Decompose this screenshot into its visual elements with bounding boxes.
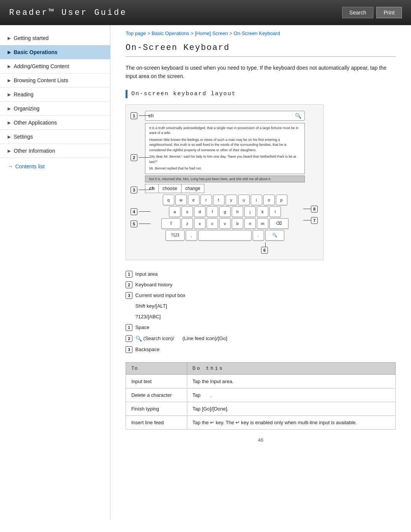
breadcrumb-home-screen[interactable]: [Home] Screen [195,30,228,36]
key-space[interactable] [198,230,252,241]
table-cell-do-3: Tap [Go]/[Done]. [187,402,395,415]
key-q[interactable]: q [163,195,174,205]
sidebar-item-label: Basic Operations [14,49,57,55]
label-2: 2 [131,154,150,161]
key-l[interactable]: l [269,206,281,217]
contents-list-link[interactable]: → Contents list [0,158,110,175]
key-f[interactable]: f [207,206,218,217]
key-comma[interactable]: , [186,230,197,241]
key-backspace[interactable]: ⌫ [269,218,288,229]
keyboard-row-3: ⇧ z x c v b n m ⌫ [145,218,305,229]
legend-badge-6: 1 [126,324,132,331]
key-b[interactable]: b [232,218,243,229]
key-y[interactable]: y [226,195,237,205]
sidebar-item-label: Settings [14,134,33,140]
legend-text-5: ?123/[ABC] [134,312,161,322]
key-shift[interactable]: ⇧ [161,218,180,229]
breadcrumb-current: On-Screen Keyboard [234,30,280,36]
key-r[interactable]: r [201,195,212,205]
label-3: 3 [131,187,150,193]
header-buttons: Search Print [342,7,402,18]
sidebar-item-getting-started[interactable]: ▶ Getting started [0,31,110,45]
key-d[interactable]: d [194,206,206,217]
key-k[interactable]: k [257,206,268,217]
sidebar-item-adding-content[interactable]: ▶ Adding/Getting Content [0,59,110,73]
label-1: 1 [131,112,150,119]
key-m[interactable]: m [257,218,268,229]
label-5: 5 [131,220,150,227]
sidebar-item-other-applications[interactable]: ▶ Other Applications [0,116,110,130]
legend-badge-2: 2 [126,281,132,288]
key-p[interactable]: p [276,195,287,205]
search-icon: 🔍 [295,113,301,119]
main-layout: ▶ Getting started ▶ Basic Operations ▶ A… [0,25,411,520]
intro-text: The on-screen keyboard is used when you … [126,64,396,81]
breadcrumb-sep1: > [147,30,151,36]
search-icon-legend: 🔍 [135,333,142,344]
key-u[interactable]: u [238,195,250,205]
key-w[interactable]: w [175,195,187,205]
selected-text: but it is, returned she, Mrs. Long has j… [145,176,305,182]
breadcrumb-basic-ops[interactable]: Basic Operations [151,30,189,36]
label-6-line [265,242,266,247]
table-row-1: Input text Tap the input area. [126,374,396,388]
key-x[interactable]: x [194,218,206,229]
sidebar-item-other-information[interactable]: ▶ Other Information [0,144,110,158]
label-6-row: 6 [145,242,317,254]
breadcrumb-sep2: > [191,30,195,36]
key-t[interactable]: t [213,195,225,205]
book-text-p4: Mr. Bennet replied that he had not. [149,166,301,171]
print-button[interactable]: Print [376,7,402,18]
key-h[interactable]: h [232,206,243,217]
key-s[interactable]: s [182,206,193,217]
label-7: 7 [303,217,319,224]
legend-badge-1: 1 [126,271,132,278]
line-8 [303,209,311,209]
input-text: ch [148,113,295,118]
badge-4: 4 [131,208,137,215]
right-labels: 8 7 [303,206,319,224]
page-title: On-Screen Keyboard [126,43,396,57]
key-search[interactable]: 🔍 [265,230,284,241]
key-c[interactable]: c [207,218,218,229]
key-a[interactable]: a [169,206,180,217]
sidebar-item-label: Browsing Content Lists [14,77,68,83]
badge-8: 8 [311,206,318,212]
key-v[interactable]: v [219,218,231,229]
legend-text-7a: (Search icon)/ [142,334,182,343]
table-row-4: Insert line feed Tap the ↵ key. The ↵ ke… [126,415,396,429]
keyboard-diagram: 1 2 3 4 5 [126,104,323,260]
key-g[interactable]: g [219,206,231,217]
suggest-change[interactable]: change [182,184,204,193]
legend-text-8: Backspace [134,345,159,355]
line-7 [303,220,311,220]
sidebar-item-settings[interactable]: ▶ Settings [0,130,110,144]
legend-row-5: ?123/[ABC] [126,312,396,322]
sidebar-item-organizing[interactable]: ▶ Organizing [0,102,110,116]
table-cell-to-3: Finish typing [126,402,187,415]
page-number: 46 [258,437,263,443]
table-header-to: To [126,362,187,374]
table-row-2: Delete a character Tap . [126,388,396,402]
key-num[interactable]: ?123 [166,230,185,241]
key-i[interactable]: i [251,195,262,205]
sidebar-item-reading[interactable]: ▶ Reading [0,88,110,102]
search-button[interactable]: Search [342,7,373,18]
line-3 [139,190,150,190]
sidebar-item-basic-operations[interactable]: ▶ Basic Operations [0,45,110,59]
key-e[interactable]: e [188,195,199,205]
table-row-3: Finish typing Tap [Go]/[Done]. [126,402,396,415]
legend-text-4: Shift key/[ALT] [134,301,167,311]
suggest-choose[interactable]: choose [159,184,182,193]
line-5 [139,224,150,224]
keyboard-row-1: q w e r t y u i o p [145,195,305,205]
key-period[interactable]: . [253,230,264,241]
sidebar-item-browsing-content[interactable]: ▶ Browsing Content Lists [0,73,110,88]
breadcrumb-top[interactable]: Top page [126,30,146,36]
key-j[interactable]: j [244,206,256,217]
key-z[interactable]: z [182,218,193,229]
input-row: ch 🔍 [145,111,305,121]
key-o[interactable]: o [263,195,275,205]
key-n[interactable]: n [244,218,256,229]
legend-row-2: 2 Keyboard history [126,280,396,290]
